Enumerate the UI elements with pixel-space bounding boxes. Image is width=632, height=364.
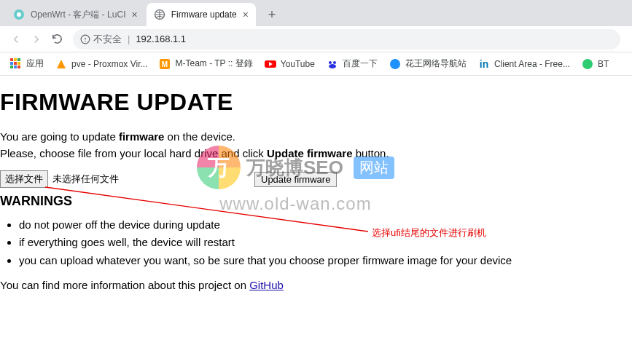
browser-tab-bar: OpenWrt - 客户端 - LuCI × Firmware update ×… [0, 0, 632, 26]
intro-text: You are going to update firmware on the … [0, 129, 632, 162]
page-title: FIRMWARE UPDATE [0, 89, 632, 116]
svg-point-11 [329, 64, 336, 68]
apps-icon [10, 58, 22, 70]
bookmark-baidu[interactable]: 百度一下 [321, 58, 383, 70]
bookmark-favicon [582, 58, 593, 70]
url-text: 192.168.1.1 [136, 33, 186, 44]
tab-favicon-openwrt [13, 9, 25, 20]
new-tab-button[interactable]: + [262, 4, 282, 25]
svg-point-9 [329, 61, 332, 64]
bookmark-pve[interactable]: pve - Proxmox Vir... [50, 58, 153, 70]
warnings-list: do not power off the device during updat… [19, 216, 632, 269]
bookmark-favicon [55, 58, 67, 70]
bookmark-favicon [389, 58, 401, 70]
file-status-text: 未选择任何文件 [52, 173, 119, 186]
tab-title: OpenWrt - 客户端 - LuCI [31, 9, 125, 21]
address-bar: 不安全 | 192.168.1.1 [0, 26, 632, 52]
bookmark-label: pve - Proxmox Vir... [71, 59, 147, 69]
bookmark-favicon: in [478, 58, 490, 70]
insecure-warning: 不安全 [80, 33, 122, 46]
bookmark-huawang[interactable]: 花王网络导航站 [383, 58, 472, 70]
more-info-text: You can find more information about this… [0, 279, 632, 291]
bookmark-mteam[interactable]: M M-Team - TP :: 登錄 [153, 58, 258, 70]
choose-file-button[interactable]: 选择文件 [0, 170, 48, 188]
bookmark-youtube[interactable]: YouTube [259, 58, 321, 70]
close-icon[interactable]: × [243, 9, 249, 20]
url-input[interactable]: 不安全 | 192.168.1.1 [73, 29, 620, 50]
forward-button[interactable] [26, 29, 47, 50]
apps-button[interactable]: 应用 [4, 58, 50, 70]
bookmark-favicon: M [159, 58, 171, 70]
bookmark-label: 花王网络导航站 [405, 58, 467, 70]
insecure-label: 不安全 [93, 33, 122, 46]
bookmark-bt[interactable]: BT [576, 58, 615, 70]
bookmarks-bar: 应用 pve - Proxmox Vir... M M-Team - TP ::… [0, 52, 632, 76]
github-link[interactable]: GitHub [249, 279, 284, 291]
svg-point-10 [333, 61, 336, 64]
browser-tab-firmware[interactable]: Firmware update × [147, 3, 256, 26]
svg-point-12 [390, 59, 400, 69]
back-button[interactable] [6, 29, 26, 50]
youtube-icon [265, 58, 276, 70]
warnings-heading: WARNINGS [0, 194, 632, 209]
bookmark-clientarea[interactable]: in Client Area - Free... [472, 58, 576, 70]
bookmark-label: Client Area - Free... [494, 59, 570, 69]
list-item: if everything goes well, the device will… [19, 234, 632, 250]
baidu-icon [327, 58, 338, 70]
apps-label: 应用 [26, 58, 44, 70]
info-icon [80, 34, 90, 44]
list-item: do not power off the device during updat… [19, 216, 632, 233]
reload-button[interactable] [47, 29, 67, 50]
update-firmware-button[interactable]: Update firmware [254, 172, 337, 187]
tab-title: Firmware update [171, 9, 237, 20]
svg-text:in: in [480, 58, 488, 70]
file-input-row: 选择文件 未选择任何文件 Update firmware [0, 170, 632, 188]
browser-tab-openwrt[interactable]: OpenWrt - 客户端 - LuCI × [6, 3, 145, 26]
close-icon[interactable]: × [131, 9, 137, 20]
page-content: FIRMWARE UPDATE You are going to update … [0, 89, 632, 291]
svg-point-1 [17, 12, 21, 17]
svg-point-5 [85, 40, 85, 41]
svg-point-14 [582, 59, 593, 69]
svg-text:M: M [162, 60, 168, 68]
list-item: you can upload whatever you want, so be … [19, 252, 632, 269]
bookmark-label: BT [598, 59, 609, 69]
bookmark-label: YouTube [281, 59, 315, 69]
separator: | [128, 33, 130, 44]
bookmark-label: 百度一下 [343, 58, 378, 70]
globe-icon [154, 9, 165, 20]
bookmark-label: M-Team - TP :: 登錄 [175, 58, 252, 70]
